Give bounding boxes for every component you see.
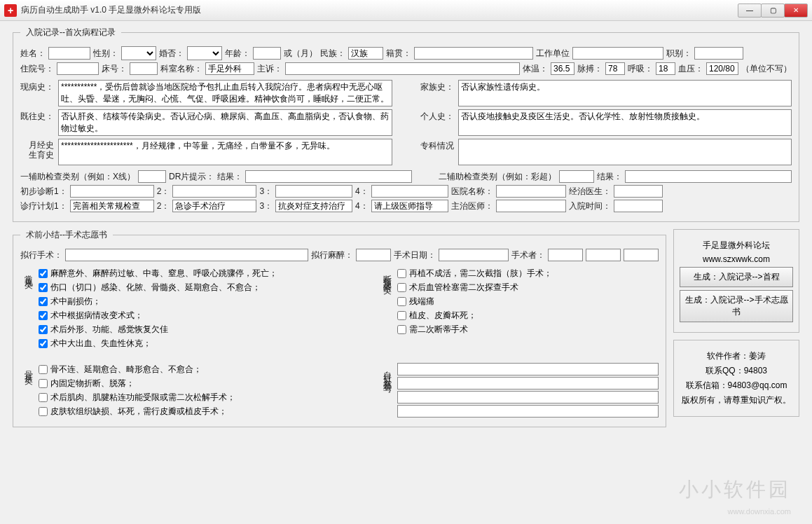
- close-button[interactable]: ✕: [784, 4, 808, 18]
- fill2[interactable]: [397, 377, 659, 389]
- family-label: 家族史：: [420, 80, 454, 93]
- qq-line: 联系QQ：94803: [680, 365, 793, 377]
- watermark: 小小软件园: [679, 476, 791, 503]
- temp-input[interactable]: [551, 62, 574, 75]
- mail-line: 联系信箱：94803@qq.com: [680, 380, 793, 392]
- diag1-input[interactable]: [70, 185, 154, 198]
- anes-label: 拟行麻醉：: [311, 249, 353, 261]
- g2c2[interactable]: [397, 283, 406, 292]
- g3c4[interactable]: [39, 407, 48, 416]
- g2c1[interactable]: [397, 269, 406, 278]
- surgeon2-input[interactable]: [586, 249, 621, 261]
- plan1-input[interactable]: [70, 200, 154, 212]
- app-icon: +: [4, 4, 17, 17]
- plan3-input[interactable]: [275, 200, 352, 212]
- aux1-result[interactable]: [245, 170, 412, 183]
- job-label: 职别：: [666, 48, 691, 60]
- aux2-type[interactable]: [559, 170, 594, 183]
- aux2-result[interactable]: [625, 170, 792, 183]
- unit-label: （单位不写）: [741, 63, 792, 75]
- g1c6[interactable]: [39, 339, 48, 348]
- anes-input[interactable]: [356, 249, 391, 261]
- g1c2[interactable]: [39, 283, 48, 292]
- breath-label: 呼吸：: [628, 63, 653, 75]
- g3c1[interactable]: [39, 365, 48, 374]
- aux1-type[interactable]: [138, 170, 166, 183]
- dept-input[interactable]: [205, 62, 254, 75]
- diag3-input[interactable]: [275, 185, 352, 198]
- aux1-label: 一辅助检查类别（例如：X线）: [20, 171, 135, 183]
- present-ta[interactable]: ***********，受伤后曾就诊当地医院给予包扎止血后转入我院治疗。患者病程…: [58, 80, 392, 106]
- fill1[interactable]: [397, 363, 659, 375]
- bed-input[interactable]: [130, 62, 158, 75]
- author-line: 软件作者：姜涛: [680, 350, 793, 362]
- g2c5[interactable]: [397, 325, 406, 334]
- name-input[interactable]: [48, 47, 90, 60]
- attend-input[interactable]: [496, 200, 566, 212]
- mens-ta[interactable]: **********************，月经规律，中等量，无痛经，白带量不…: [58, 139, 392, 165]
- doctor-input[interactable]: [614, 185, 663, 198]
- g2c3[interactable]: [397, 297, 406, 306]
- titlebar: + 病历自动生成助手 v1.0 手足显微外科论坛专用版 — ▢ ✕: [0, 0, 812, 21]
- bp-input[interactable]: [706, 62, 738, 75]
- past-label: 既往史：: [20, 109, 54, 123]
- hosp-input[interactable]: [496, 185, 566, 198]
- hospno-input[interactable]: [57, 62, 99, 75]
- surgeon1-input[interactable]: [548, 249, 583, 261]
- op-label: 拟行手术：: [20, 249, 62, 261]
- group2-title: 断指及断类: [379, 266, 397, 352]
- spec-ta[interactable]: [458, 139, 792, 165]
- fill4[interactable]: [397, 405, 659, 418]
- g1c5[interactable]: [39, 325, 48, 334]
- chief-input[interactable]: [285, 62, 520, 75]
- intime-input[interactable]: [614, 200, 663, 212]
- forum-panel: 手足显微外科论坛 www.szxwwk.com 生成：入院记录-->首程 生成：…: [673, 229, 799, 333]
- diag2-input[interactable]: [172, 185, 256, 198]
- mens-label: 月经史 生育史: [20, 139, 54, 160]
- fill3[interactable]: [397, 391, 659, 404]
- personal-ta[interactable]: 否认疫地接触史及疫区生活史。否认化学性、放射性物质接触史。: [458, 109, 792, 136]
- op-input[interactable]: [65, 249, 308, 261]
- g1c4[interactable]: [39, 311, 48, 320]
- gen-first-button[interactable]: 生成：入院记录-->首程: [680, 267, 793, 287]
- watermark-sub: www.downxia.com: [728, 507, 791, 516]
- g3c3[interactable]: [39, 393, 48, 402]
- sex-select[interactable]: [121, 46, 156, 60]
- gen-consent-button[interactable]: 生成：入院记录-->手术志愿书: [680, 290, 793, 322]
- group1-title: 常规类: [20, 266, 39, 352]
- minimize-button[interactable]: —: [738, 4, 762, 18]
- res1-label: 结果：: [217, 171, 242, 183]
- past-ta[interactable]: 否认肝炎、结核等传染病史。否认冠心病、糖尿病、高血压、高血脂病史，否认食物、药物…: [58, 109, 392, 136]
- attend-label: 主治医师：: [451, 200, 493, 212]
- g3c2[interactable]: [39, 379, 48, 388]
- native-input[interactable]: [414, 47, 533, 60]
- work-input[interactable]: [572, 47, 663, 60]
- diag4-input[interactable]: [371, 185, 448, 198]
- g1c3[interactable]: [39, 297, 48, 306]
- breath-input[interactable]: [656, 62, 675, 75]
- age-input[interactable]: [253, 47, 281, 60]
- age-label: 年龄：: [225, 48, 250, 60]
- opdate-input[interactable]: [439, 249, 509, 261]
- admission-fieldset: 入院记录--首次病程记录 姓名： 性别： 婚否： 年龄： 或（月） 民族： 籍贯…: [13, 27, 799, 222]
- plan2-input[interactable]: [172, 200, 256, 212]
- nation-input[interactable]: [348, 47, 383, 60]
- name-label: 姓名：: [20, 48, 46, 60]
- surgeon-label: 手术者：: [511, 249, 545, 261]
- present-label: 现病史：: [20, 80, 54, 93]
- doctor-label: 经治医生：: [569, 186, 611, 198]
- intime-label: 入院时间：: [569, 200, 611, 212]
- surgeon3-input[interactable]: [624, 249, 659, 261]
- plan4-input[interactable]: [371, 200, 448, 212]
- pulse-input[interactable]: [605, 62, 625, 75]
- pulse-label: 脉搏：: [577, 63, 603, 75]
- job-input[interactable]: [694, 47, 743, 60]
- maximize-button[interactable]: ▢: [761, 4, 785, 18]
- marry-select[interactable]: [187, 46, 222, 60]
- family-ta[interactable]: 否认家族性遗传病史。: [458, 80, 792, 106]
- spec-label: 专科情况: [420, 139, 454, 152]
- temp-label: 体温：: [523, 63, 548, 75]
- forum-name: 手足显微外科论坛: [680, 240, 793, 251]
- g1c1[interactable]: [39, 269, 48, 278]
- g2c4[interactable]: [397, 311, 406, 320]
